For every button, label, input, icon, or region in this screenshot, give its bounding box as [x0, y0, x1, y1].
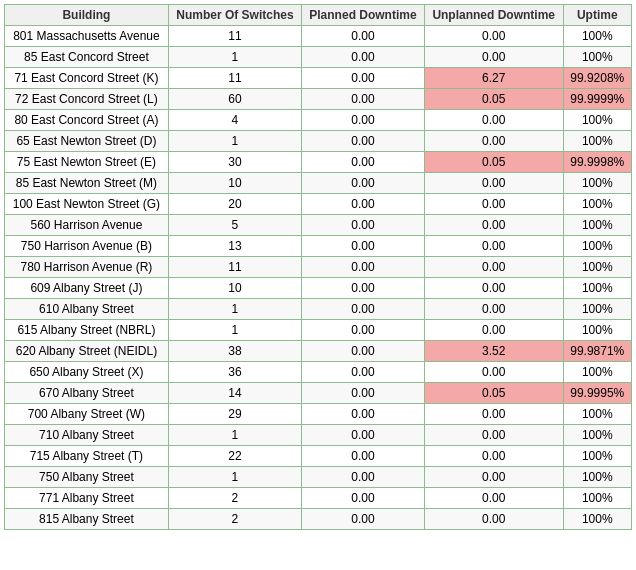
cell-planned: 0.00	[302, 404, 425, 425]
cell-planned: 0.00	[302, 341, 425, 362]
cell-uptime: 100%	[563, 509, 632, 530]
cell-uptime: 100%	[563, 215, 632, 236]
cell-planned: 0.00	[302, 110, 425, 131]
cell-unplanned: 0.00	[424, 488, 563, 509]
cell-uptime: 99.9995%	[563, 383, 632, 404]
table-row: 85 East Concord Street10.000.00100%	[5, 47, 632, 68]
cell-building: 72 East Concord Street (L)	[5, 89, 169, 110]
cell-switches: 10	[168, 173, 301, 194]
cell-uptime: 100%	[563, 26, 632, 47]
cell-switches: 36	[168, 362, 301, 383]
cell-uptime: 100%	[563, 194, 632, 215]
cell-planned: 0.00	[302, 236, 425, 257]
cell-building: 670 Albany Street	[5, 383, 169, 404]
cell-planned: 0.00	[302, 173, 425, 194]
table-row: 815 Albany Street20.000.00100%	[5, 509, 632, 530]
cell-switches: 20	[168, 194, 301, 215]
cell-unplanned: 0.05	[424, 152, 563, 173]
cell-uptime: 100%	[563, 362, 632, 383]
cell-unplanned: 0.05	[424, 89, 563, 110]
cell-building: 771 Albany Street	[5, 488, 169, 509]
cell-switches: 30	[168, 152, 301, 173]
cell-building: 615 Albany Street (NBRL)	[5, 320, 169, 341]
cell-unplanned: 0.00	[424, 236, 563, 257]
table-row: 100 East Newton Street (G)200.000.00100%	[5, 194, 632, 215]
col-unplanned: Unplanned Downtime	[424, 5, 563, 26]
cell-building: 85 East Newton Street (M)	[5, 173, 169, 194]
table-row: 71 East Concord Street (K)110.006.2799.9…	[5, 68, 632, 89]
cell-building: 815 Albany Street	[5, 509, 169, 530]
cell-planned: 0.00	[302, 278, 425, 299]
cell-switches: 1	[168, 47, 301, 68]
cell-planned: 0.00	[302, 425, 425, 446]
cell-building: 71 East Concord Street (K)	[5, 68, 169, 89]
cell-building: 85 East Concord Street	[5, 47, 169, 68]
cell-unplanned: 0.00	[424, 173, 563, 194]
cell-planned: 0.00	[302, 299, 425, 320]
table-row: 75 East Newton Street (E)300.000.0599.99…	[5, 152, 632, 173]
table-row: 700 Albany Street (W)290.000.00100%	[5, 404, 632, 425]
table-row: 771 Albany Street20.000.00100%	[5, 488, 632, 509]
cell-planned: 0.00	[302, 488, 425, 509]
cell-uptime: 99.9871%	[563, 341, 632, 362]
cell-uptime: 100%	[563, 488, 632, 509]
table-row: 72 East Concord Street (L)600.000.0599.9…	[5, 89, 632, 110]
cell-switches: 13	[168, 236, 301, 257]
table-row: 85 East Newton Street (M)100.000.00100%	[5, 173, 632, 194]
table-row: 610 Albany Street10.000.00100%	[5, 299, 632, 320]
cell-switches: 4	[168, 110, 301, 131]
cell-planned: 0.00	[302, 89, 425, 110]
cell-switches: 11	[168, 26, 301, 47]
cell-uptime: 100%	[563, 299, 632, 320]
cell-uptime: 100%	[563, 47, 632, 68]
cell-building: 610 Albany Street	[5, 299, 169, 320]
cell-building: 80 East Concord Street (A)	[5, 110, 169, 131]
cell-unplanned: 0.00	[424, 404, 563, 425]
cell-building: 75 East Newton Street (E)	[5, 152, 169, 173]
cell-switches: 14	[168, 383, 301, 404]
cell-building: 710 Albany Street	[5, 425, 169, 446]
table-row: 80 East Concord Street (A)40.000.00100%	[5, 110, 632, 131]
col-planned: Planned Downtime	[302, 5, 425, 26]
cell-planned: 0.00	[302, 320, 425, 341]
table-row: 65 East Newton Street (D)10.000.00100%	[5, 131, 632, 152]
cell-switches: 2	[168, 509, 301, 530]
cell-unplanned: 0.00	[424, 278, 563, 299]
col-building: Building	[5, 5, 169, 26]
cell-planned: 0.00	[302, 362, 425, 383]
cell-planned: 0.00	[302, 26, 425, 47]
cell-building: 620 Albany Street (NEIDL)	[5, 341, 169, 362]
cell-building: 801 Massachusetts Avenue	[5, 26, 169, 47]
cell-building: 609 Albany Street (J)	[5, 278, 169, 299]
cell-building: 780 Harrison Avenue (R)	[5, 257, 169, 278]
table-row: 715 Albany Street (T)220.000.00100%	[5, 446, 632, 467]
cell-planned: 0.00	[302, 257, 425, 278]
cell-unplanned: 0.00	[424, 257, 563, 278]
col-switches: Number Of Switches	[168, 5, 301, 26]
cell-switches: 2	[168, 488, 301, 509]
cell-uptime: 100%	[563, 404, 632, 425]
table-row: 750 Harrison Avenue (B)130.000.00100%	[5, 236, 632, 257]
cell-building: 750 Harrison Avenue (B)	[5, 236, 169, 257]
cell-building: 100 East Newton Street (G)	[5, 194, 169, 215]
cell-planned: 0.00	[302, 131, 425, 152]
cell-unplanned: 0.00	[424, 215, 563, 236]
cell-unplanned: 0.00	[424, 362, 563, 383]
table-row: 780 Harrison Avenue (R)110.000.00100%	[5, 257, 632, 278]
cell-switches: 1	[168, 299, 301, 320]
cell-switches: 1	[168, 425, 301, 446]
table-row: 560 Harrison Avenue50.000.00100%	[5, 215, 632, 236]
cell-building: 650 Albany Street (X)	[5, 362, 169, 383]
cell-unplanned: 0.05	[424, 383, 563, 404]
table-row: 650 Albany Street (X)360.000.00100%	[5, 362, 632, 383]
cell-planned: 0.00	[302, 509, 425, 530]
cell-uptime: 100%	[563, 257, 632, 278]
cell-switches: 11	[168, 68, 301, 89]
cell-building: 560 Harrison Avenue	[5, 215, 169, 236]
cell-switches: 22	[168, 446, 301, 467]
network-uptime-table: Building Number Of Switches Planned Down…	[4, 4, 632, 530]
cell-unplanned: 0.00	[424, 425, 563, 446]
table-row: 750 Albany Street10.000.00100%	[5, 467, 632, 488]
cell-planned: 0.00	[302, 467, 425, 488]
cell-uptime: 100%	[563, 278, 632, 299]
